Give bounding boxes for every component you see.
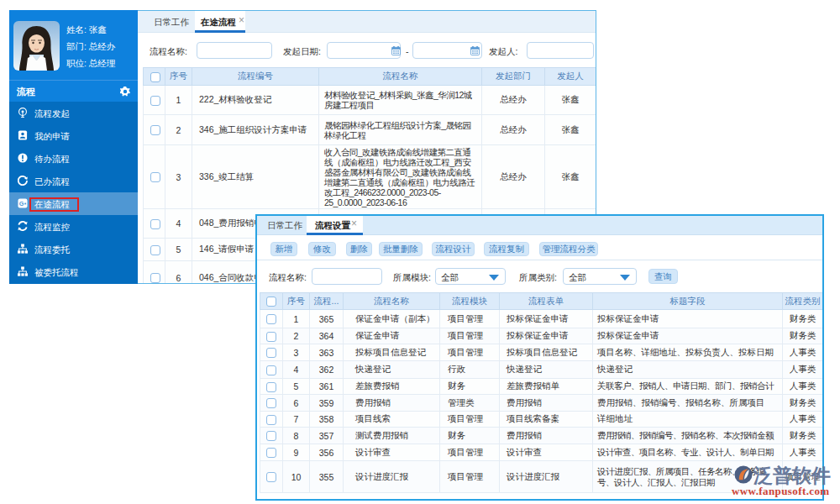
svg-text:G: G xyxy=(19,200,24,207)
